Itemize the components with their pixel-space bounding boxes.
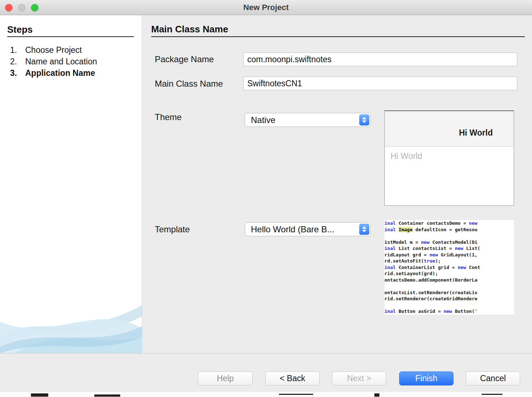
package-name-label: Package Name <box>155 54 214 64</box>
main-class-name-input[interactable] <box>243 77 517 90</box>
code-line: inal Image defaultIcon = getResou <box>384 227 514 233</box>
steps-sidebar: Steps 1. Choose Project 2. Name and Loca… <box>0 15 142 353</box>
theme-dropdown[interactable]: Native <box>245 113 371 127</box>
code-line: ridLayout grd = new GridLayout(1, <box>384 252 514 258</box>
main-class-name-label: Main Class Name <box>155 79 223 89</box>
decorative-swoosh <box>0 283 142 353</box>
step-number: 3. <box>10 67 25 79</box>
chevron-down-icon <box>362 230 366 232</box>
dropdown-stepper-icon <box>359 114 369 126</box>
code-line: ontactsDemo.addComponent(BorderLa <box>384 277 514 283</box>
code-preview-lines: inal Container contactsDemo = newinal Im… <box>384 220 514 315</box>
zoom-window-icon[interactable] <box>31 4 39 12</box>
code-line: rd.setAutoFit(true); <box>384 258 514 264</box>
template-label: Template <box>155 224 190 234</box>
code-line: inal List contactsList = new List( <box>384 245 514 252</box>
back-button[interactable]: < Back <box>265 371 320 385</box>
code-line: inal Container contactsDemo = new <box>384 220 514 227</box>
window-controls <box>5 0 39 15</box>
dropdown-stepper-icon <box>359 224 369 235</box>
dialog-footer: Help < Back Next > Finish Cancel <box>0 353 532 392</box>
step-label: Choose Project <box>25 44 82 56</box>
theme-preview-titlebar: Hi World <box>385 111 514 147</box>
step-name-and-location[interactable]: 2. Name and Location <box>10 56 97 67</box>
panel-heading: Main Class Name <box>151 24 228 35</box>
step-number: 1. <box>10 44 25 56</box>
code-line <box>384 302 514 309</box>
code-line: inal ContainerList grid = new Cont <box>384 264 514 271</box>
titlebar[interactable]: New Project <box>0 0 532 15</box>
theme-label: Theme <box>155 112 182 122</box>
code-line: ontactsList.setRenderer(createLis <box>384 289 514 296</box>
code-line: rid.setLayout(grd); <box>384 270 514 277</box>
step-number: 2. <box>10 56 25 67</box>
theme-preview: Hi World Hi World <box>384 110 514 206</box>
chevron-down-icon <box>362 120 366 123</box>
minimize-window-icon[interactable] <box>18 4 26 12</box>
code-line <box>384 233 514 239</box>
step-choose-project[interactable]: 1. Choose Project <box>10 44 97 56</box>
theme-preview-body: Hi World <box>385 147 514 161</box>
steps-heading-rule <box>7 36 134 37</box>
step-label: Name and Location <box>25 56 97 67</box>
window-title: New Project <box>0 0 532 15</box>
code-line: rid.setRenderer(createGridRendere <box>384 296 514 302</box>
code-line: istModel m = new ContactsModel(Di <box>384 239 514 246</box>
theme-dropdown-value: Native <box>251 113 275 127</box>
chevron-up-icon <box>362 226 366 229</box>
steps-list: 1. Choose Project 2. Name and Location 3… <box>10 44 97 79</box>
package-name-input[interactable] <box>243 53 517 66</box>
finish-button[interactable]: Finish <box>399 371 454 385</box>
template-dropdown[interactable]: Hello World (Bare B... <box>245 222 371 236</box>
new-project-dialog: New Project Steps 1. Choose Project 2. N… <box>0 0 532 397</box>
step-label: Application Name <box>25 67 95 79</box>
help-button[interactable]: Help <box>198 371 253 385</box>
next-button[interactable]: Next > <box>332 371 386 385</box>
step-application-name[interactable]: 3. Application Name <box>10 67 97 79</box>
theme-preview-title: Hi World <box>459 128 493 138</box>
code-line: rid.addActionListener( <box>384 315 514 315</box>
steps-heading: Steps <box>7 24 33 35</box>
code-line <box>384 283 514 289</box>
background-artifact <box>0 392 532 397</box>
chevron-up-icon <box>362 117 366 119</box>
template-code-preview: inal Container contactsDemo = newinal Im… <box>384 220 514 315</box>
close-window-icon[interactable] <box>5 4 13 12</box>
cancel-button[interactable]: Cancel <box>466 371 520 385</box>
template-dropdown-value: Hello World (Bare B... <box>251 223 334 236</box>
code-line: inal Button asGrid = new Button(" <box>384 308 514 315</box>
theme-preview-body-text: Hi World <box>391 151 422 161</box>
panel-heading-rule <box>151 36 525 37</box>
